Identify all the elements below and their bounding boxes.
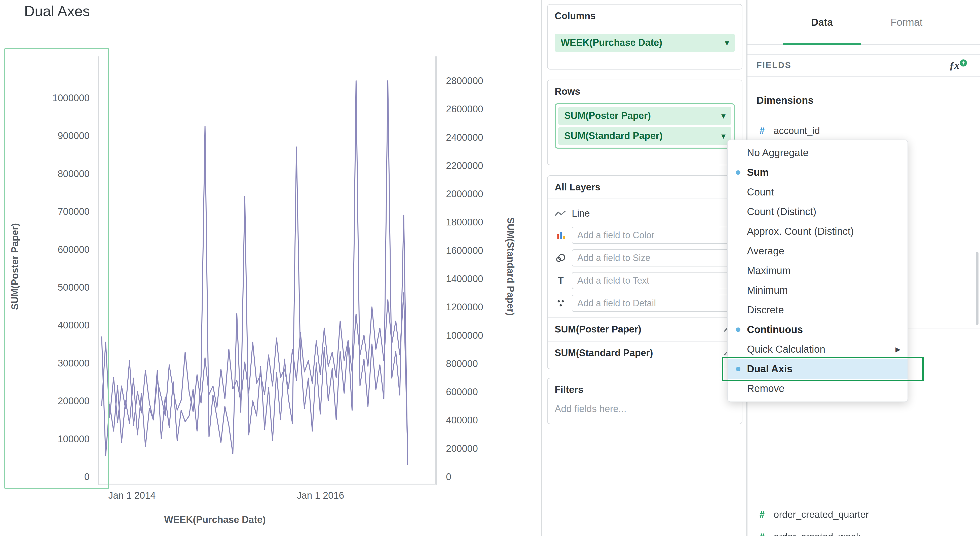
encoding-label: SUM(Poster Paper): [555, 324, 641, 335]
shelf-pane: Columns WEEK(Purchase Date) ▾ Rows SUM(P…: [541, 0, 747, 536]
field-type-icon: #: [757, 532, 768, 536]
field-pill[interactable]: WEEK(Purchase Date) ▾: [555, 34, 735, 52]
field-label: order_created_week: [774, 531, 861, 536]
filters-placeholder[interactable]: Add fields here...: [555, 404, 735, 415]
menu-item[interactable]: Minimum ▶: [728, 281, 907, 300]
columns-header: Columns: [555, 11, 735, 22]
menu-item[interactable]: Continuous ▶: [728, 320, 907, 340]
menu-item[interactable]: Quick Calculation ▶: [728, 340, 907, 359]
svg-text:400000: 400000: [57, 320, 90, 330]
field-pill-label: SUM(Poster Paper): [564, 110, 651, 121]
selected-dot-icon: [736, 286, 747, 295]
dual-axis-line-chart[interactable]: 0100000200000300000400000500000600000700…: [0, 0, 541, 536]
menu-item[interactable]: Approx. Count (Distinct) ▶: [728, 222, 907, 241]
field-row[interactable]: # order_created_quarter: [748, 504, 980, 526]
field-pill-label: WEEK(Purchase Date): [561, 37, 662, 48]
svg-text:800000: 800000: [446, 359, 478, 369]
menu-item-label: Discrete: [747, 304, 784, 316]
svg-text:900000: 900000: [57, 131, 90, 141]
rows-pill-list: SUM(Poster Paper) ▾ SUM(Standard Paper) …: [558, 107, 731, 145]
rows-shelf: Rows SUM(Poster Paper) ▾ SUM(Standard Pa…: [547, 80, 743, 165]
selected-dot-icon: [736, 246, 747, 256]
svg-text:2000000: 2000000: [446, 189, 483, 199]
panel-tab[interactable]: Format: [864, 0, 949, 44]
text-icon: T: [555, 275, 567, 286]
field-label: order_created_quarter: [774, 509, 869, 520]
svg-text:300000: 300000: [57, 358, 90, 368]
columns-shelf: Columns WEEK(Purchase Date) ▾: [547, 4, 743, 70]
menu-item[interactable]: Count ▶: [728, 182, 907, 202]
field-pill[interactable]: SUM(Standard Paper) ▾: [558, 127, 731, 145]
svg-text:1800000: 1800000: [446, 217, 483, 227]
detail-icon: [555, 299, 567, 308]
aggregate-context-menu: No Aggregate ▶ Sum ▶ Count ▶ Count (Dist…: [727, 140, 908, 402]
menu-item-label: Sum: [747, 167, 769, 178]
mark-type-selector[interactable]: Line: [555, 204, 735, 224]
svg-text:500000: 500000: [57, 282, 90, 293]
panel-tab[interactable]: Data: [780, 0, 864, 44]
app-window: Dual Axes 010000020000030000040000050000…: [0, 0, 980, 536]
field-type-icon: #: [757, 510, 768, 520]
menu-item[interactable]: Count (Distinct) ▶: [728, 202, 907, 222]
svg-text:SUM(Poster Paper): SUM(Poster Paper): [10, 223, 20, 310]
menu-item[interactable]: Discrete ▶: [728, 300, 907, 320]
selected-dot-icon: [736, 207, 747, 217]
fields-band-label: FIELDS: [757, 61, 792, 70]
menu-item[interactable]: Average ▶: [728, 241, 907, 261]
svg-text:Jan 1 2014: Jan 1 2014: [108, 490, 156, 501]
svg-text:1200000: 1200000: [446, 302, 483, 312]
svg-text:700000: 700000: [57, 206, 90, 217]
menu-item-label: Minimum: [747, 285, 788, 296]
selected-dot-icon: [736, 168, 747, 177]
encoding-drop-zones: T: [555, 227, 735, 312]
chevron-down-icon[interactable]: ▾: [722, 131, 725, 140]
selected-dot-icon: [736, 344, 747, 354]
menu-item-label: Continuous: [747, 324, 803, 335]
date-fields-list: # order_created_quarter # order_created_…: [748, 504, 980, 536]
field-row[interactable]: # account_id: [748, 120, 980, 142]
menu-item-label: Average: [747, 245, 784, 257]
svg-text:1400000: 1400000: [446, 274, 483, 284]
chevron-down-icon[interactable]: ▾: [722, 111, 725, 120]
color-field-input[interactable]: [572, 227, 735, 244]
selected-dot-icon: [736, 364, 747, 374]
rows-annotation-box: SUM(Poster Paper) ▾ SUM(Standard Paper) …: [555, 103, 735, 148]
menu-item[interactable]: Dual Axis ▶: [728, 359, 907, 379]
submenu-arrow-icon: ▶: [896, 346, 900, 353]
encoding-row[interactable]: SUM(Poster Paper): [547, 317, 742, 341]
scrollbar-thumb[interactable]: [976, 252, 978, 325]
menu-item[interactable]: Maximum ▶: [728, 261, 907, 281]
all-layers-header: All Layers: [555, 182, 735, 193]
encoding-label: SUM(Standard Paper): [555, 348, 653, 359]
menu-item-label: Dual Axis: [747, 363, 792, 375]
field-row[interactable]: # order_created_week: [748, 526, 980, 536]
chart-pane: Dual Axes 010000020000030000040000050000…: [0, 0, 541, 536]
menu-item-label: No Aggregate: [747, 147, 808, 159]
size-icon: [555, 254, 567, 262]
add-calculation-icon[interactable]: ƒx+: [949, 59, 967, 71]
detail-drop-zone: [555, 295, 735, 312]
menu-item-label: Remove: [747, 383, 784, 394]
line-mark-icon: [555, 210, 566, 217]
menu-item[interactable]: No Aggregate ▶: [728, 143, 907, 163]
svg-text:2400000: 2400000: [446, 132, 483, 143]
menu-item-label: Count (Distinct): [747, 206, 816, 218]
svg-text:WEEK(Purchase Date): WEEK(Purchase Date): [164, 514, 266, 525]
size-field-input[interactable]: [572, 249, 735, 266]
text-field-input[interactable]: [572, 272, 735, 289]
detail-field-input[interactable]: [572, 295, 735, 312]
chevron-down-icon[interactable]: ▾: [725, 38, 729, 47]
field-pill[interactable]: SUM(Poster Paper) ▾: [558, 107, 731, 125]
svg-text:1600000: 1600000: [446, 245, 483, 256]
svg-text:600000: 600000: [57, 244, 90, 255]
encoding-row[interactable]: SUM(Standard Paper): [547, 341, 742, 365]
menu-item[interactable]: Sum ▶: [728, 163, 907, 182]
svg-text:1000000: 1000000: [52, 93, 90, 103]
svg-text:SUM(Standard Paper): SUM(Standard Paper): [505, 217, 516, 316]
size-drop-zone: [555, 249, 735, 266]
menu-item-label: Approx. Count (Distinct): [747, 226, 854, 237]
menu-item[interactable]: Remove ▶: [728, 379, 907, 399]
layer-encodings: SUM(Poster Paper) SUM(Standard Paper): [547, 317, 742, 365]
selected-dot-icon: [736, 266, 747, 276]
filters-header: Filters: [555, 384, 735, 396]
